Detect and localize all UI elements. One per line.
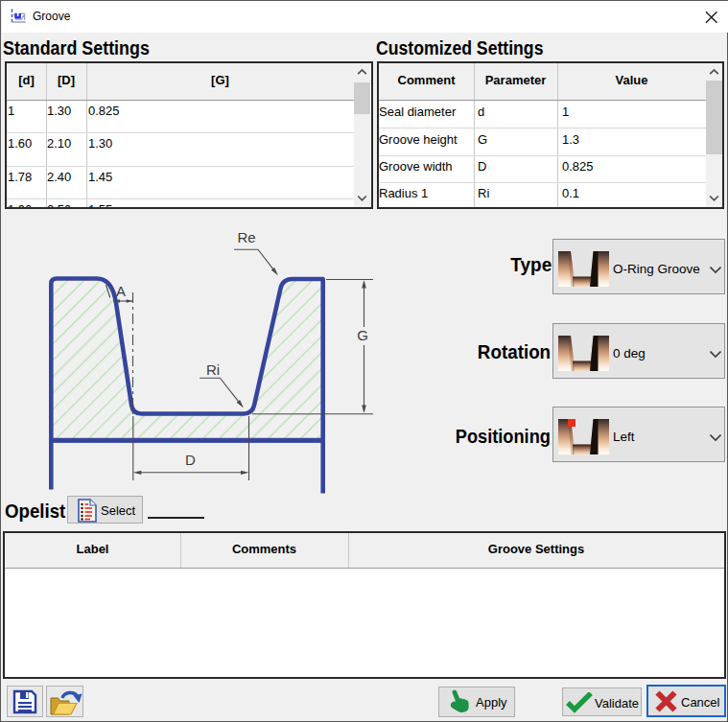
svg-text:Re: Re (237, 229, 255, 245)
svg-text:D: D (185, 452, 196, 468)
svg-text:A: A (116, 283, 126, 299)
svg-text:Ri: Ri (206, 361, 220, 378)
svg-text:G: G (357, 327, 368, 343)
